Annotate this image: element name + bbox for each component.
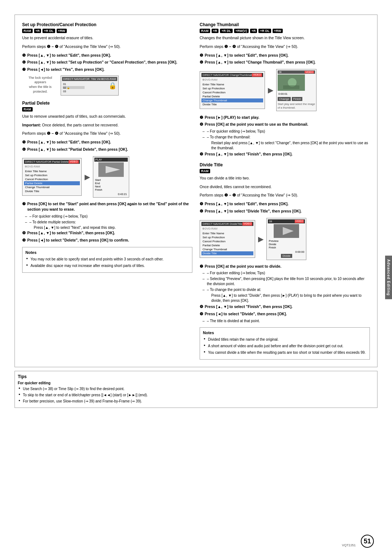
partial-delete-section: Partial Delete RAM Use to remove unwante…: [22, 101, 192, 243]
pd-opt-next: Next: [95, 185, 127, 188]
ct-desc: Changes the thumbnail picture shown in t…: [200, 35, 370, 41]
ct-menu-divide: Divide Title: [201, 102, 263, 106]
ct-menu-cancel: Cancel Protection: [201, 90, 263, 94]
ct-thumbnail-image: [278, 74, 305, 91]
step-7-protection: ❼ Press [◄] to select "Yes", then press …: [22, 67, 192, 73]
dt-opt-preview: Preview: [269, 239, 304, 243]
dt-arrow: ▶: [258, 235, 264, 243]
setup-protection-perform: Perform steps ❶ – ❹ of "Accessing the Ti…: [22, 44, 192, 50]
dt-final-sub: – The title is divided at that point.: [200, 319, 370, 324]
tips-subtitle: For quicker editing: [18, 381, 374, 385]
tips-title: Tips: [18, 374, 374, 379]
step-8-pd: ❽ Press [▲, ▼] to select "Finish", then …: [22, 230, 192, 236]
change-thumbnail-badges: RAM +R +R DL +RW(V) +R +R DL +RW: [200, 29, 370, 33]
ct-sub2: – To change the thumbnail:: [200, 135, 370, 140]
ct-right-header: 08VIDEO: [278, 70, 315, 74]
tip-3: For better precision, use Slow-motion (⇒…: [18, 398, 374, 404]
pd-thumbnail: [98, 162, 124, 177]
step-6-protection: ❻ Press [▲, ▼] to select "Set up Protect…: [22, 60, 192, 65]
pd-time: 0:43:21: [94, 192, 128, 196]
step-9-ct: ❾ Press [▲, ▼] to select "Finish", then …: [200, 151, 370, 157]
badge-plusrw: +RW: [57, 29, 67, 33]
tips-box: Tips For quicker editing Use Search (⇒ 3…: [15, 371, 377, 408]
step-5-protection: ❺ Press [▲, ▼] to select "Edit", then pr…: [22, 53, 192, 58]
step-9-dt: ❾ Press [◄] to select "Divide", then pre…: [200, 311, 370, 317]
pd-right-header: PLAY: [94, 158, 128, 162]
right-notes-title: Notes: [203, 331, 367, 335]
pd-menu-thumb: Change Thumbnail: [24, 185, 80, 189]
step-7-dt: ❼ Press [OK] at the point you want to di…: [200, 264, 370, 270]
pd-menu-divide: Divide Title: [24, 189, 80, 193]
ct-arrow: ▶: [268, 86, 273, 94]
dt-sub1: – For quicker editing (⇒ below, Tips): [200, 271, 370, 276]
tip-2: To skip to the start or end of a title/c…: [18, 392, 374, 398]
left-note-1: You may not be able to specify start and…: [25, 256, 189, 262]
dt-screen-left: DIRECT NAVIGATOR DivideTitle VIDEO ⊕DVD-…: [200, 220, 255, 258]
partial-delete-title: Partial Delete: [22, 101, 192, 106]
pd-screen-left: DIRECT NAVIGATOR Partial Delete VIDEO ⊕D…: [22, 158, 82, 196]
ct-time: 0:00:01: [278, 92, 315, 96]
vqt-code: VQT2J51: [342, 543, 356, 547]
step-7-ct: ❼ Press [►] (PLAY) to start play.: [200, 115, 370, 121]
right-column: Change Thumbnail RAM +R +R DL +RW(V) +R …: [200, 22, 370, 360]
pd-screen-right: PLAY Start End Next Finish 0:43:21: [93, 156, 129, 198]
pd-menu-cancel: Cancel Protection: [24, 177, 80, 181]
dt-screen-right: 08VIDEO Preview Divide Finish 0:00:00 D: [266, 218, 306, 260]
ct-menu-enter: Enter Title Name: [201, 82, 263, 86]
badge-ram-ct: RAM: [200, 29, 210, 33]
ct-change-btn[interactable]: Change: [278, 97, 291, 101]
step-5-dt: ❺ Press [▲, ▼] to select "Edit", then pr…: [200, 201, 370, 207]
divide-title-section: Divide Title RAM You can divide a title …: [200, 162, 370, 324]
partial-delete-perform: Perform steps ❶ – ❹ of "Accessing the Ti…: [22, 131, 192, 137]
badge-rdl2-ct: +R DL: [258, 29, 271, 33]
step-5-ct: ❺ Press [▲, ▼] to select "Edit", then pr…: [200, 53, 370, 58]
ct-menu-thumb: Change Thumbnail: [201, 98, 263, 102]
pd-menu-setup: Set up Protection: [24, 173, 80, 177]
dt-sub3: – To change the point to divide at:: [200, 287, 370, 292]
pd-menu-partial: Partial Delete: [24, 181, 80, 185]
pd-header: DIRECT NAVIGATOR Partial Delete VIDEO: [24, 160, 80, 164]
change-thumbnail-title: Change Thumbnail: [200, 22, 370, 27]
step-9-pd: ❾ Press [◄] to select "Delete", then pre…: [22, 238, 192, 243]
lock-caption: The lock symbol appearswhen the title is…: [22, 76, 58, 94]
protection-screen-header: DIRECT NAVIGATOR Title Vie ⊕DVD-RAM: [62, 77, 117, 81]
ct-diagram: DIRECT NAVIGATOR ChangeThumbnail VIDEO ⊕…: [200, 69, 370, 111]
page-number: 51: [361, 535, 374, 548]
pd-arrow: ▶: [85, 173, 90, 181]
dt-menu-setup: Set up Protection: [201, 235, 253, 239]
pd-sub1: – For quicker editing (⇒ below, Tips): [22, 214, 192, 219]
dt-desc2: Once divided, titles cannot be recombine…: [200, 184, 370, 190]
badge-rwv-ct: +RW(V): [234, 29, 249, 33]
ct-menu-partial: Partial Delete: [201, 94, 263, 98]
badge-plusr: +R: [34, 29, 41, 33]
dt-perform: Perform steps ❶ – ❻ of "Accessing the Ti…: [200, 193, 370, 198]
dt-header: DIRECT NAVIGATOR DivideTitle VIDEO: [201, 222, 253, 226]
ct-screen-left: DIRECT NAVIGATOR ChangeThumbnail VIDEO ⊕…: [200, 71, 265, 109]
right-note-1: Divided titles retain the name of the or…: [203, 337, 367, 342]
setup-protection-section: Set up Protection/Cancel Protection RAM …: [22, 22, 192, 96]
step-6-dt: ❻ Press [▲, ▼] to select "Divide Title",…: [200, 208, 370, 214]
ct-menu-setup: Set up Protection: [201, 86, 263, 90]
divide-title-badges: RAM: [200, 169, 370, 173]
ct-finish-btn[interactable]: Finish: [292, 97, 302, 101]
left-column: Set up Protection/Cancel Protection RAM …: [22, 22, 192, 360]
protection-screen: DIRECT NAVIGATOR Title Vie ⊕DVD-RAM 01 0…: [61, 76, 119, 96]
partial-delete-diagram: DIRECT NAVIGATOR Partial Delete VIDEO ⊕D…: [22, 156, 192, 198]
badge-rdl-ct: +R DL: [220, 29, 232, 33]
pd-opt-start: Start: [95, 178, 127, 182]
tip-1: Use Search (⇒ 38) or Time Slip (⇒ 39) to…: [18, 386, 374, 392]
dt-sub2: – Selecting "Preview", then pressing [OK…: [200, 276, 370, 287]
setup-protection-desc: Use to prevent accidental erasure of tit…: [22, 35, 192, 41]
dt-divide-btn[interactable]: Divide: [281, 254, 292, 258]
dt-time: 0:00:00: [268, 250, 305, 254]
ct-sub2b: Restart play and press [▲, ▼] to select …: [200, 141, 370, 151]
side-tab: Advanced Editing: [385, 256, 392, 299]
dt-right-header: 08VIDEO: [268, 219, 305, 223]
dt-opt-finish: Finish: [269, 246, 304, 249]
left-notes-title: Notes: [25, 250, 189, 255]
partial-delete-badges: RAM: [22, 107, 192, 112]
pd-sub2b: Press [▲, ▼] to select "Next", and repea…: [22, 226, 192, 230]
pd-sub2: – To delete multiple sections:: [22, 220, 192, 225]
dt-menu-cancel: Cancel Protection: [201, 239, 253, 243]
setup-protection-badges: RAM +R +R DL +RW: [22, 29, 192, 33]
